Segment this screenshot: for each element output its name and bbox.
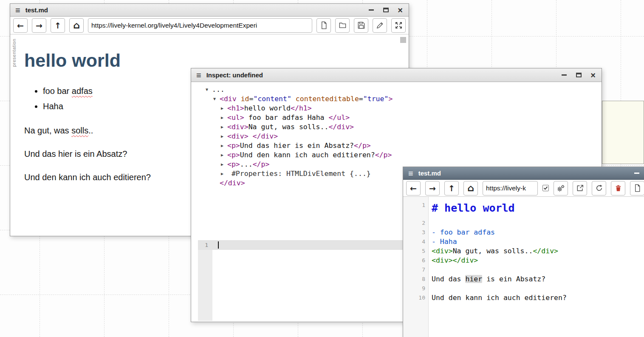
inspector-tree-line[interactable]: ▶<div> </div>: [191, 132, 602, 141]
back-button[interactable]: ←: [13, 18, 28, 33]
close-button[interactable]: ×: [397, 7, 404, 14]
active-line[interactable]: 1: [198, 240, 410, 250]
home-button[interactable]: ⌂: [69, 18, 84, 33]
forward-button[interactable]: →: [425, 181, 440, 195]
token: Und das hier is ein Absatz?: [24, 149, 127, 159]
pencil-icon: [376, 21, 384, 29]
token: Na gut, was solls..: [453, 247, 533, 255]
line-number: 5: [403, 246, 429, 256]
delete-button[interactable]: [611, 181, 625, 195]
refresh-button[interactable]: [592, 181, 606, 195]
code-line[interactable]: - foo bar adfas: [429, 228, 495, 237]
new-file-button[interactable]: [316, 18, 331, 33]
disclosure-closed-icon[interactable]: ▶: [221, 160, 227, 169]
background-window-fragment[interactable]: [602, 101, 644, 164]
code-line[interactable]: # hello world: [429, 200, 515, 218]
titlebar[interactable]: ≡ test.md ×: [10, 4, 409, 17]
window-menu-icon[interactable]: ≡: [196, 71, 201, 79]
minimize-button[interactable]: [368, 7, 375, 14]
url-input[interactable]: [88, 18, 312, 33]
home-button[interactable]: ⌂: [463, 181, 478, 195]
up-button[interactable]: ↑: [444, 181, 459, 195]
md-heading[interactable]: hello world: [24, 51, 392, 70]
settings-button[interactable]: [554, 181, 568, 195]
line-number: 4: [403, 237, 429, 246]
code-line[interactable]: [429, 265, 436, 275]
code-line[interactable]: <div></div>: [429, 256, 478, 265]
token: is ein Absatz?: [482, 275, 545, 283]
token: Und den kann ich auch editieren?: [240, 151, 375, 159]
window-title: test.md: [25, 6, 48, 14]
forward-button[interactable]: →: [32, 18, 46, 33]
token: </div>: [453, 256, 478, 264]
url-input[interactable]: [483, 181, 538, 195]
save-button[interactable]: [354, 18, 368, 33]
disclosure-closed-icon[interactable]: ▶: [221, 104, 227, 113]
titlebar[interactable]: ≡ test.md ×: [403, 167, 644, 180]
code-line[interactable]: <div>Na gut, was solls..</div>: [429, 246, 558, 256]
close-button[interactable]: ×: [590, 72, 596, 79]
disclosure-closed-icon[interactable]: ▶: [221, 141, 227, 150]
back-button[interactable]: ←: [406, 181, 421, 195]
inspector-code-pane[interactable]: 1: [198, 240, 410, 321]
new-file-button[interactable]: [630, 181, 644, 195]
token: </div>: [328, 123, 354, 131]
disclosure-closed-icon[interactable]: ▶: [221, 169, 227, 178]
window-menu-icon[interactable]: ≡: [15, 6, 20, 14]
token: </div>: [533, 247, 558, 255]
titlebar[interactable]: ≡ Inspect: undefined ×: [191, 68, 602, 82]
trash-icon: [614, 184, 622, 192]
external-link-icon: [576, 184, 584, 192]
scrollbar-thumb[interactable]: [400, 37, 406, 43]
line-number: 8: [403, 275, 429, 284]
text-cursor: [218, 241, 219, 249]
disclosure-closed-icon[interactable]: ▶: [221, 150, 227, 160]
disclosure-closed-icon[interactable]: ▶: [221, 132, 227, 141]
maximize-button[interactable]: [575, 72, 582, 79]
minimize-button[interactable]: [561, 72, 568, 79]
inspector-tree-line[interactable]: ▶<p>Und das hier is ein Absatz?</p>: [191, 141, 602, 150]
inspector-tree-line[interactable]: ▶<h1>hello world</h1>: [191, 104, 602, 113]
disclosure-closed-icon[interactable]: ▶: [221, 113, 227, 122]
minimize-icon: [562, 74, 567, 76]
token: ...: [212, 85, 225, 93]
inspector-tree-line[interactable]: ▶<div>Na gut, was solls..</div>: [191, 122, 602, 132]
line-number: 2: [403, 218, 429, 228]
code-line[interactable]: Und den kann ich auch editieren?: [429, 293, 567, 303]
code-line[interactable]: [429, 218, 436, 228]
inspector-tree-line[interactable]: ▼...: [191, 85, 602, 94]
inspector-tree-line[interactable]: ▼<div id="content" contenteditable="true…: [191, 94, 602, 104]
token: =: [359, 95, 363, 103]
disclosure-open-icon[interactable]: ▼: [213, 94, 220, 104]
expand-button[interactable]: [391, 18, 406, 33]
code-line[interactable]: - Haha: [429, 237, 457, 246]
token: =: [249, 95, 254, 103]
disclosure-open-icon[interactable]: ▼: [206, 85, 212, 94]
open-external-button[interactable]: [573, 181, 587, 195]
code-line[interactable]: [429, 284, 436, 293]
open-folder-button[interactable]: [335, 18, 350, 33]
window-menu-icon[interactable]: ≡: [408, 169, 413, 178]
window-controls: ×: [561, 72, 596, 79]
token: <div: [220, 95, 241, 103]
disclosure-closed-icon[interactable]: ▶: [221, 122, 227, 132]
page-icon: [320, 21, 328, 29]
code-editor[interactable]: 1# hello world2 3- foo bar adfas4- Haha5…: [403, 197, 644, 337]
code-lines: 1# hello world2 3- foo bar adfas4- Haha5…: [403, 197, 644, 303]
code-row: 10Und den kann ich auch editieren?: [403, 293, 644, 303]
window-controls: ×: [368, 7, 404, 14]
auto-save-checkbox[interactable]: [542, 185, 549, 191]
edit-button[interactable]: [373, 18, 387, 33]
up-button[interactable]: ↑: [51, 18, 65, 33]
token: <p>: [227, 142, 240, 150]
inspector-tree-line[interactable]: ▶<p>Und den kann ich auch editieren?</p>: [191, 150, 602, 160]
code-line[interactable]: Und das hier is ein Absatz?: [429, 275, 545, 284]
inspector-tree-line[interactable]: ▶<ul> foo bar adfas Haha </ul>: [191, 113, 602, 122]
token: Und den kann ich auch editieren?: [24, 173, 151, 182]
navigation-toolbar: ← → ↑ ⌂: [403, 180, 644, 197]
maximize-button[interactable]: [382, 7, 389, 14]
token: </h1>: [291, 104, 312, 112]
token: Und das: [432, 275, 465, 283]
token: hello world: [244, 104, 291, 112]
minimize-button[interactable]: [633, 170, 640, 177]
